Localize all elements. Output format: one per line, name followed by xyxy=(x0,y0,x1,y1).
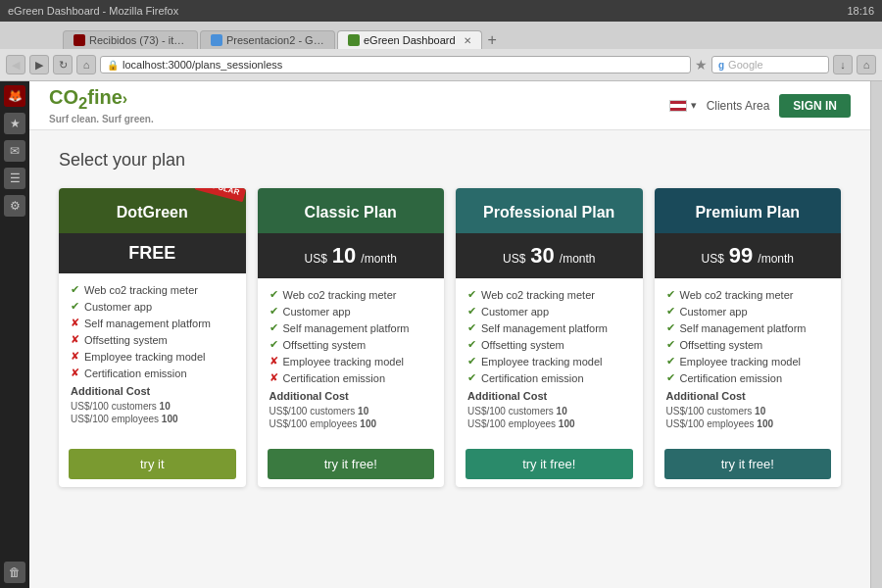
feature-label: Web co2 tracking meter xyxy=(680,289,794,301)
plan-features-dotgreen: ✔ Web co2 tracking meter ✔ Customer app … xyxy=(59,273,246,441)
downloads-button[interactable]: ↓ xyxy=(833,55,853,74)
feature-label: Employee tracking model xyxy=(680,356,802,368)
main-content: CO2fine› Surf clean. Surf green. ▾ Clien… xyxy=(29,81,870,588)
feature-item: ✔ Self management platform xyxy=(467,321,631,334)
feature-item: ✔ Customer app xyxy=(270,305,433,318)
feature-item: ✔ Offsetting system xyxy=(467,338,631,351)
bookmark-icon[interactable]: ★ xyxy=(695,57,708,73)
address-bar[interactable]: 🔒 localhost:3000/plans_sessionless xyxy=(100,56,691,74)
feature-label: Customer app xyxy=(481,306,549,318)
os-title: eGreen Dashboard - Mozilla Firefox xyxy=(8,5,178,17)
plan-features-premium: ✔ Web co2 tracking meter ✔ Customer app … xyxy=(655,278,842,441)
flag-area: ▾ xyxy=(669,99,697,112)
feature-label: Certification emission xyxy=(481,372,584,384)
feature-label: Employee tracking model xyxy=(283,356,405,368)
try-button-dotgreen[interactable]: try it xyxy=(69,449,236,479)
additional-cost-label: Additional Cost xyxy=(71,385,234,397)
additional-cost-label: Additional Cost xyxy=(270,390,433,402)
feature-label: Offsetting system xyxy=(84,334,168,346)
feature-item: ✔ Employee tracking model xyxy=(467,355,631,368)
app-layout: 🦊 ★ ✉ ☰ ⚙ 🗑 CO2fine› Surf clean. Surf gr… xyxy=(0,81,882,588)
plan-price-value-dotgreen: FREE xyxy=(128,243,175,263)
sidebar-icon-mail[interactable]: ✉ xyxy=(4,140,25,162)
plan-name-classic: Classic Plan xyxy=(305,204,397,220)
browser-tabs: Recibidos (73) - it@egreen.... Presentac… xyxy=(0,22,882,49)
browser-tab-2[interactable]: Presentacion2 - Google Drive xyxy=(200,30,335,49)
cost-employees: US$/100 employees 100 xyxy=(467,418,631,429)
price-amount: 30 xyxy=(530,243,554,268)
logo: CO2fine› Surf clean. Surf green. xyxy=(49,86,154,124)
logo-tagline: Surf clean. Surf green. xyxy=(49,114,154,124)
check-icon: ✔ xyxy=(467,288,476,301)
plan-name-professional: Professional Plan xyxy=(483,204,614,220)
check-icon: ✔ xyxy=(270,321,278,334)
sidebar-icons: 🦊 ★ ✉ ☰ ⚙ 🗑 xyxy=(0,81,29,588)
reload-button[interactable]: ↻ xyxy=(53,55,73,74)
search-engine-icon: g xyxy=(718,60,724,71)
signin-button[interactable]: SIGN IN xyxy=(779,94,851,118)
sidebar-icon-gear[interactable]: ⚙ xyxy=(4,195,25,217)
feature-item: ✘ Offsetting system xyxy=(71,333,234,346)
try-button-premium[interactable]: try it free! xyxy=(664,449,832,479)
plan-card-premium: Premium Plan US$ 99 /month ✔ Web co2 tra… xyxy=(655,188,842,487)
plan-price-classic: US$ 10 /month xyxy=(258,233,445,278)
cross-icon: ✘ xyxy=(270,371,278,384)
browser-tab-3[interactable]: eGreen Dashboard ✕ xyxy=(337,30,482,49)
plan-price-dotgreen: FREE xyxy=(59,233,246,273)
tab-favicon-2 xyxy=(211,34,222,46)
address-text: localhost:3000/plans_sessionless xyxy=(122,59,282,71)
sidebar-icon-star[interactable]: ★ xyxy=(4,113,25,134)
bookmarks-button[interactable]: ⌂ xyxy=(857,55,876,74)
search-placeholder: Google xyxy=(728,59,762,71)
search-box[interactable]: g Google xyxy=(711,56,829,74)
plan-footer-dotgreen: try it xyxy=(59,441,246,487)
plan-header-professional: Professional Plan xyxy=(456,188,643,233)
feature-item: ✔ Customer app xyxy=(467,305,631,318)
feature-item: ✔ Customer app xyxy=(71,300,234,313)
feature-item: ✘ Certification emission xyxy=(71,367,234,379)
scrollbar[interactable] xyxy=(870,81,882,588)
check-icon: ✔ xyxy=(270,305,278,318)
browser-tab-1[interactable]: Recibidos (73) - it@egreen.... xyxy=(63,30,198,49)
feature-item: ✔ Offsetting system xyxy=(666,338,830,351)
cost-customers: US$/100 customers 10 xyxy=(270,406,433,416)
home-button[interactable]: ⌂ xyxy=(76,55,96,74)
check-icon: ✔ xyxy=(467,305,476,318)
logo-dot: › xyxy=(122,90,127,107)
tab-close-btn[interactable]: ✕ xyxy=(464,35,471,46)
tab-label-1: Recibidos (73) - it@egreen.... xyxy=(89,34,187,46)
logo-subscript: 2 xyxy=(78,94,87,113)
page-title: Select your plan xyxy=(59,150,841,171)
feature-label: Web co2 tracking meter xyxy=(84,284,198,296)
feature-label: Customer app xyxy=(680,306,748,318)
try-button-classic[interactable]: try it free! xyxy=(268,449,435,479)
feature-label: Web co2 tracking meter xyxy=(481,289,595,301)
feature-item: ✔ Web co2 tracking meter xyxy=(666,288,830,301)
plan-name-premium: Premium Plan xyxy=(695,204,800,220)
price-currency: US$ xyxy=(701,252,723,266)
forward-button[interactable]: ▶ xyxy=(29,55,49,74)
price-period: /month xyxy=(560,252,596,266)
cost-customers: US$/100 customers 10 xyxy=(666,406,830,416)
feature-label: Certification emission xyxy=(680,372,783,384)
flag-icon xyxy=(669,100,687,112)
feature-item: ✔ Web co2 tracking meter xyxy=(71,283,234,296)
address-lock-icon: 🔒 xyxy=(107,60,119,71)
feature-label: Offsetting system xyxy=(481,339,564,351)
tab-favicon-3 xyxy=(348,34,360,46)
feature-label: Offsetting system xyxy=(680,339,763,351)
cost-employees: US$/100 employees 100 xyxy=(71,414,234,424)
back-button[interactable]: ◀ xyxy=(6,55,25,74)
feature-item: ✔ Self management platform xyxy=(666,321,830,334)
cross-icon: ✘ xyxy=(270,355,278,368)
sidebar-icon-firefox[interactable]: 🦊 xyxy=(4,85,25,107)
additional-cost-label: Additional Cost xyxy=(666,390,830,402)
price-currency: US$ xyxy=(503,252,525,266)
sidebar-icon-menu[interactable]: ☰ xyxy=(4,168,25,189)
feature-item: ✔ Web co2 tracking meter xyxy=(270,288,433,301)
price-period: /month xyxy=(361,252,397,266)
nav-right: ▾ Clients Area SIGN IN xyxy=(669,94,851,118)
new-tab-button[interactable]: + xyxy=(484,31,501,49)
sidebar-icon-trash[interactable]: 🗑 xyxy=(4,562,25,583)
try-button-professional[interactable]: try it free! xyxy=(466,449,633,479)
